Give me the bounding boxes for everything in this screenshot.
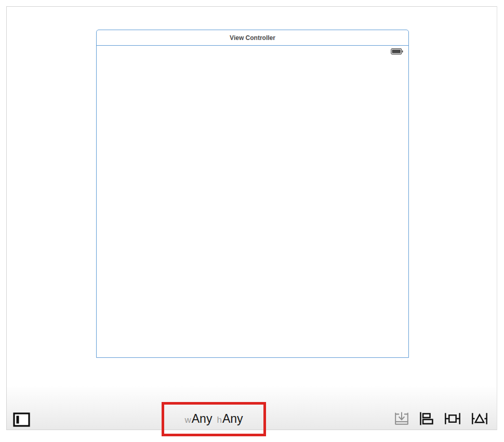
- size-class-w-value: Any: [192, 412, 213, 426]
- document-outline-toggle-button[interactable]: [13, 412, 31, 427]
- align-button[interactable]: [419, 411, 434, 426]
- align-icon: [419, 411, 434, 426]
- stack-button[interactable]: [394, 411, 409, 426]
- view-controller-scene[interactable]: View Controller: [96, 30, 409, 358]
- stack-icon: [394, 411, 409, 426]
- auto-layout-button-bar: [394, 411, 488, 426]
- size-class-h-prefix: h: [217, 415, 221, 425]
- annotation-highlight-rectangle: w Any h Any: [162, 402, 266, 436]
- document-outline-toggle-icon: [13, 412, 31, 427]
- view-controller-title: View Controller: [230, 34, 275, 42]
- resolve-auto-layout-issues-icon: [471, 411, 488, 426]
- size-class-w-prefix: w: [184, 415, 191, 425]
- size-class-control[interactable]: w Any h Any: [184, 412, 243, 427]
- view-controller-header[interactable]: View Controller: [97, 30, 408, 46]
- resolve-auto-layout-issues-button[interactable]: [471, 411, 488, 426]
- battery-full-icon: [391, 48, 403, 55]
- pin-button[interactable]: [444, 411, 461, 426]
- pin-icon: [444, 411, 461, 426]
- size-class-h-value: Any: [222, 412, 243, 426]
- interface-builder-canvas-page: View Controller w Any h Any: [0, 0, 504, 442]
- view-controller-root-view[interactable]: [97, 46, 408, 357]
